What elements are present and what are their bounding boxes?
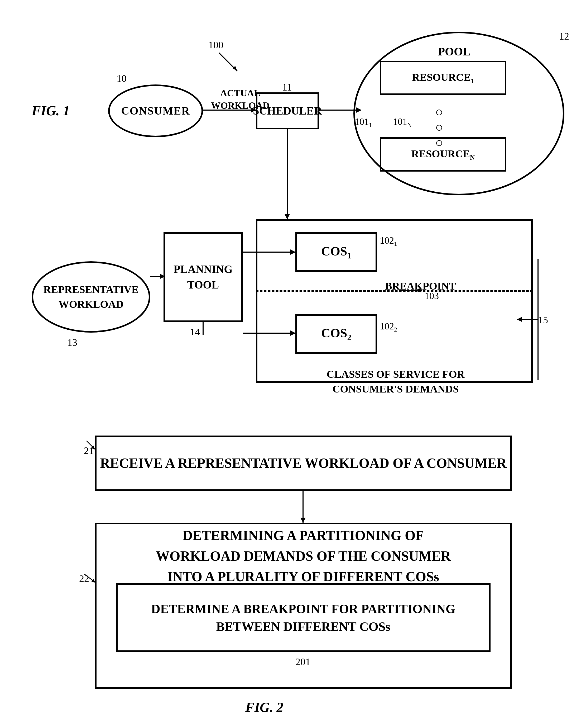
cos1-box: COS1 [295, 232, 377, 272]
label-13: 13 [67, 337, 77, 348]
label-100: 100 [209, 39, 223, 51]
box201: DETERMINE A BREAKPOINT FOR PARTITIONING … [116, 583, 491, 652]
planning-tool-label: PLANNINGTOOL [173, 262, 232, 293]
arrow-21-to-22 [303, 491, 304, 523]
pool-label: POOL [438, 45, 471, 58]
arrow-consumer-to-scheduler [203, 109, 256, 111]
rep-workload-label: REPRESENTATIVEWORKLOAD [44, 282, 139, 312]
fig1-diagram: FIG. 1 10 CONSUMER 100 ACTUALWORKLOAD SC… [16, 16, 565, 398]
cos1-label: COS1 [321, 244, 351, 261]
arrow-100-svg [214, 50, 245, 82]
label-101-N: 101N [393, 116, 412, 129]
fig1-label: FIG. 1 [32, 103, 70, 119]
label-102-2: 1022 [380, 321, 397, 333]
box21: RECEIVE A REPRESENTATIVE WORKLOAD OF A C… [95, 436, 511, 491]
label-14: 14 [190, 326, 200, 338]
arrow-22-svg [82, 571, 100, 587]
label-12: 12 [559, 30, 569, 42]
svg-marker-6 [517, 317, 522, 322]
label-11: 11 [282, 81, 292, 93]
scheduler-box: SCHEDULER [256, 93, 319, 129]
rep-workload-oval: REPRESENTATIVEWORKLOAD [32, 261, 150, 333]
resourceN-sub: N [470, 154, 475, 161]
resource1-sub: 1 [471, 77, 474, 85]
resource-dots: ○○○ [435, 104, 444, 150]
label-10: 10 [116, 73, 127, 84]
svg-marker-3 [418, 288, 422, 292]
resource1-label: RESOURCE1 [412, 71, 474, 85]
label-101-1: 1011 [355, 116, 372, 129]
label-102-1: 1021 [380, 235, 397, 247]
scheduler-label: SCHEDULER [253, 105, 322, 117]
arrow-scheduler-down [287, 129, 288, 219]
cos2-box: COS2 [295, 314, 377, 354]
planning-tool-box: PLANNINGTOOL [164, 232, 243, 322]
fig2-caption: FIG. 2 [245, 700, 283, 715]
cos-description: CLASSES OF SERVICE FORCONSUMER'S DEMANDS [258, 367, 533, 396]
arrow-planning-to-cos1 [243, 252, 295, 253]
planning-down-line [202, 321, 203, 335]
box201-label: DETERMINE A BREAKPOINT FOR PARTITIONING … [118, 600, 489, 635]
label-201: 201 [295, 656, 310, 668]
arrow-planning-to-cos2 [243, 333, 295, 334]
consumer-label: CONSUMER [121, 105, 190, 117]
cos2-label: COS2 [321, 326, 351, 342]
box21-label: RECEIVE A REPRESENTATIVE WORKLOAD OF A C… [100, 454, 506, 473]
arrow-103-svg [401, 285, 427, 296]
arrow-15-svg [511, 253, 549, 385]
resource1-box: RESOURCE1 [380, 61, 506, 95]
arrow-rep-to-planning [150, 276, 165, 277]
consumer-oval: CONSUMER [108, 84, 203, 137]
fig2-diagram: 21 RECEIVE A REPRESENTATIVE WORKLOAD OF … [16, 420, 565, 728]
